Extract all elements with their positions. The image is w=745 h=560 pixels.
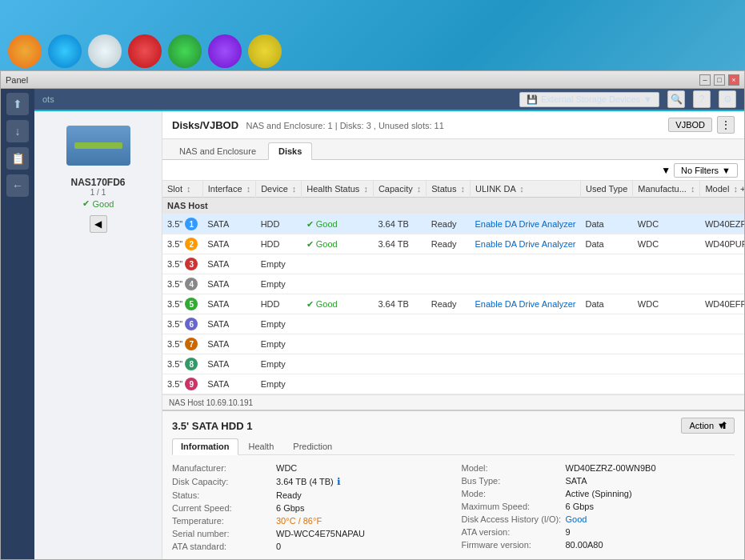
table-row[interactable]: 3.5" 7 SATA Empty — [162, 334, 744, 354]
detail-row-ata-version: ATA version: 9 — [462, 526, 735, 538]
more-options-button[interactable]: ⋮ — [717, 116, 735, 134]
sidebar-icon-2[interactable]: ↓ — [6, 120, 29, 142]
col-capacity: Capacity ↕ — [373, 181, 426, 198]
ulink-cell — [471, 254, 581, 274]
detail-tab-health[interactable]: Health — [240, 438, 283, 454]
scroll-up-btn[interactable]: ⬆ — [720, 420, 728, 431]
interface-cell: SATA — [202, 334, 255, 354]
ulink-cell: Enable DA Drive Analyzer — [471, 214, 581, 234]
disk-table: Slot ↕ Interface ↕ Device ↕ Health Statu… — [162, 181, 744, 394]
search-button[interactable]: 🔍 — [667, 90, 685, 108]
interface-cell: SATA — [202, 374, 255, 394]
detail-row-manufacturer: Manufacturer: WDC — [172, 462, 446, 474]
taskbar-icon-6[interactable] — [208, 34, 242, 68]
sidebar-icon-4[interactable]: ← — [6, 174, 29, 197]
detail-row-current-speed: Current Speed: 6 Gbps — [172, 502, 446, 514]
nav-label: ots — [42, 94, 54, 104]
device-cell: Empty — [256, 254, 302, 274]
detail-right-col: Model: WD40EZRZ-00WN9B0 Bus Type: SATA M… — [462, 462, 735, 553]
model-cell — [700, 254, 744, 274]
table-row[interactable]: 3.5" 4 SATA Empty — [162, 274, 744, 294]
table-row[interactable]: 3.5" 1 SATA HDD Good 3.64 TB Ready Enabl… — [162, 214, 744, 234]
usedtype-cell: Data — [580, 234, 632, 254]
main-content-row: NAS170FD6 1 / 1 ✔ Good ◀ Disks/V — [34, 111, 744, 559]
maximize-button[interactable]: □ — [714, 74, 725, 86]
detail-row-firmware: Firmware version: 80.00A80 — [462, 538, 735, 551]
detail-row-serial: Serial number: WD-WCC4E75NAPAU — [172, 527, 446, 540]
health-cell: Good — [302, 214, 374, 234]
taskbar-icon-2[interactable] — [48, 34, 82, 68]
device-cell: Empty — [256, 314, 302, 334]
health-cell — [302, 254, 374, 274]
filter-icon: ▼ — [661, 165, 671, 176]
hdd-icon: 💾 — [527, 94, 538, 105]
table-row[interactable]: 3.5" 8 SATA Empty — [162, 354, 744, 374]
taskbar-icon-4[interactable] — [128, 34, 162, 68]
disks-header-actions: VJBOD ⋮ — [668, 116, 735, 134]
filter-dropdown-icon: ▼ — [722, 166, 731, 175]
ulink-cell: Enable DA Drive Analyzer — [471, 234, 581, 254]
expand-left-button[interactable]: ◀ — [90, 215, 107, 233]
sidebar-icon-3[interactable]: 📋 — [6, 147, 29, 170]
capacity-cell: 3.64 TB — [373, 234, 426, 254]
ulink-cell: Enable DA Drive Analyzer — [471, 294, 581, 314]
help-button[interactable]: ? — [693, 90, 711, 108]
vjbod-button[interactable]: VJBOD — [668, 118, 712, 132]
detail-row-bustype: Bus Type: SATA — [462, 474, 735, 487]
left-panel: NAS170FD6 1 / 1 ✔ Good ◀ — [34, 111, 162, 559]
model-cell: WD40EFRX-68WT0N0 — [700, 294, 744, 314]
content-area: ots 💾 External Storage Devices ▼ 🔍 ? ⚙ — [34, 89, 744, 559]
col-manufacturer: Manufactu... ↕ — [633, 181, 700, 198]
interface-cell: SATA — [202, 234, 255, 254]
nas-thumbnail — [66, 126, 130, 166]
col-interface: Interface ↕ — [202, 181, 255, 198]
slot-cell: 3.5" 5 — [162, 294, 202, 314]
detail-row-max-speed: Maximum Speed: 6 Gbps — [462, 500, 735, 513]
slot-cell: 3.5" 7 — [162, 334, 202, 354]
col-slot: Slot ↕ — [162, 181, 202, 198]
taskbar-icon-3[interactable] — [88, 34, 122, 68]
slot-cell: 3.5" 3 — [162, 254, 202, 274]
taskbar-icon-1[interactable] — [8, 34, 42, 68]
slot-cell: 3.5" 8 — [162, 354, 202, 374]
usedtype-cell: Data — [580, 294, 632, 314]
minimize-button[interactable]: – — [699, 74, 711, 86]
external-storage-button[interactable]: 💾 External Storage Devices ▼ — [519, 92, 659, 107]
settings-button[interactable]: ⚙ — [719, 90, 736, 108]
interface-cell: SATA — [202, 294, 255, 314]
tab-bar: NAS and Enclosure Disks — [162, 139, 744, 160]
capacity-cell: 3.64 TB — [373, 294, 426, 314]
interface-cell: SATA — [202, 354, 255, 374]
detail-tab-information[interactable]: Information — [172, 438, 238, 455]
table-toolbar: ▼ No Filters ▼ — [162, 160, 744, 181]
tab-disks[interactable]: Disks — [268, 142, 312, 160]
table-row[interactable]: 3.5" 2 SATA HDD Good 3.64 TB Ready Enabl… — [162, 234, 744, 254]
taskbar-icon-7[interactable] — [248, 34, 282, 68]
table-row[interactable]: 3.5" 6 SATA Empty — [162, 314, 744, 334]
filter-button[interactable]: No Filters ▼ — [674, 163, 738, 178]
table-row[interactable]: 3.5" 9 SATA Empty — [162, 374, 744, 394]
no-filters-label: No Filters — [681, 166, 719, 175]
ulink-link[interactable]: Enable DA Drive Analyzer — [475, 299, 576, 309]
status-cell — [427, 254, 471, 274]
table-row[interactable]: 3.5" 5 SATA HDD Good 3.64 TB Ready Enabl… — [162, 294, 744, 314]
ulink-link[interactable]: Enable DA Drive Analyzer — [475, 239, 576, 249]
nas-host-ip: NAS Host 10.69.10.191 — [162, 394, 744, 410]
table-row[interactable]: 3.5" 3 SATA Empty — [162, 254, 744, 274]
interface-cell: SATA — [202, 274, 255, 294]
close-button[interactable]: × — [728, 74, 739, 86]
ulink-link[interactable]: Enable DA Drive Analyzer — [475, 219, 576, 229]
sidebar-icon-1[interactable]: ⬆ — [6, 93, 29, 115]
sidebar: ⬆ ↓ 📋 ← — [1, 89, 34, 559]
taskbar-icon-5[interactable] — [168, 34, 202, 68]
detail-row-mode: Mode: Active (Spinning) — [462, 487, 735, 500]
detail-header: 3.5' SATA HDD 1 ⬆ Action ▼ — [172, 418, 735, 434]
detail-tab-prediction[interactable]: Prediction — [284, 438, 341, 454]
disks-title: Disks/VJBOD — [172, 119, 238, 131]
slot-cell: 3.5" 4 — [162, 274, 202, 294]
device-cell: Empty — [256, 334, 302, 354]
manufacturer-cell: WDC — [633, 294, 700, 314]
nas-status: ✔ Good — [82, 198, 114, 209]
tab-nas-enclosure[interactable]: NAS and Enclosure — [169, 142, 266, 159]
status-cell: Ready — [427, 294, 471, 314]
